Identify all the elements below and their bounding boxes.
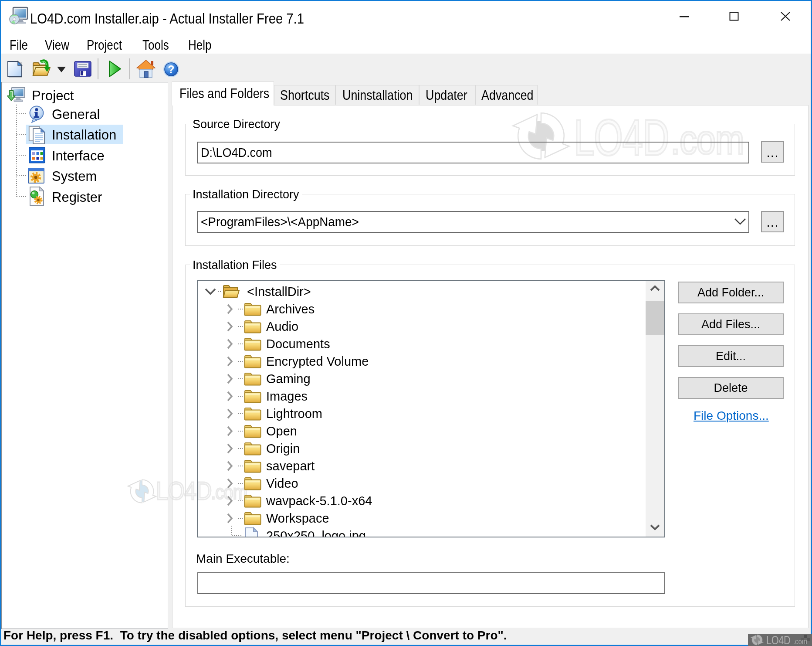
svg-text:?: ? xyxy=(168,63,174,75)
